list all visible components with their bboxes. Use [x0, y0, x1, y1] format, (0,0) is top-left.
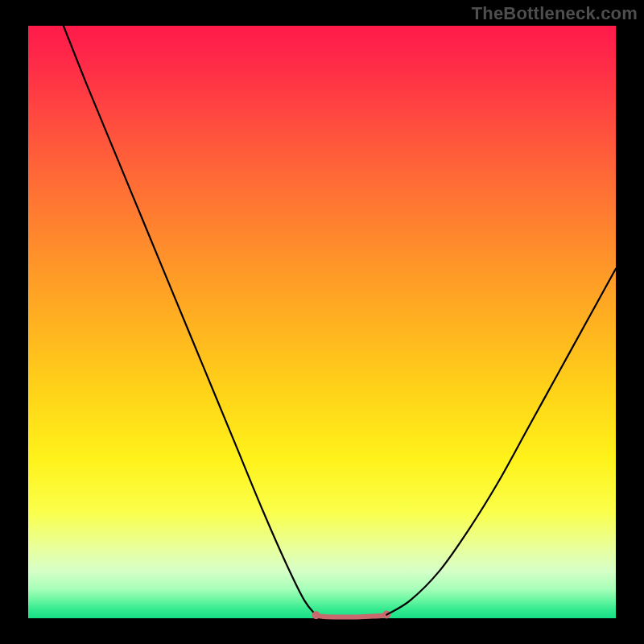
plot-area: [28, 26, 616, 618]
watermark-text: TheBottleneck.com: [472, 3, 638, 24]
series-left-curve: [64, 26, 316, 615]
chart-frame: TheBottleneck.com: [0, 0, 644, 644]
valley-end-dot-0: [312, 611, 320, 619]
series-right-curve: [386, 269, 616, 615]
series-valley-floor: [316, 615, 387, 617]
curve-layer: [28, 26, 616, 618]
curve-group: [64, 26, 616, 619]
